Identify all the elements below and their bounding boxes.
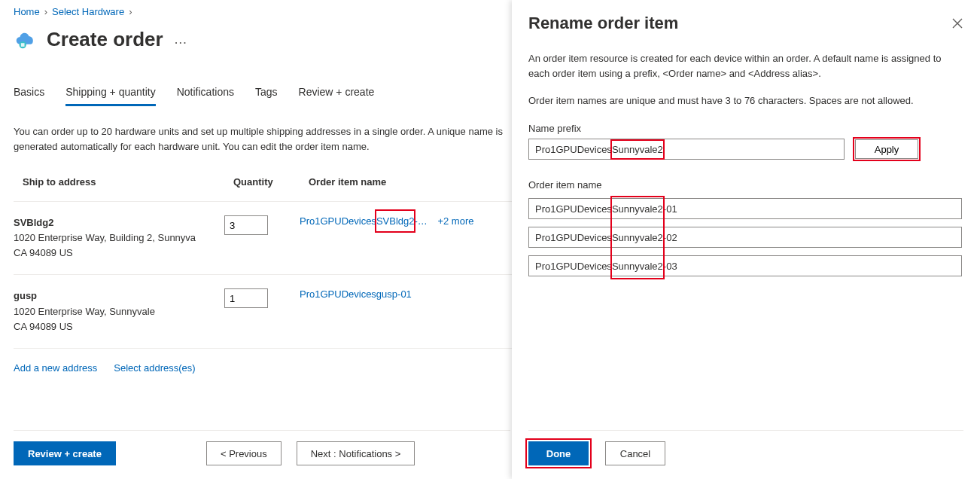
address-line: 1020 Enterprise Way, Sunnyvale [14,304,217,319]
tab-review-create[interactable]: Review + create [299,86,375,106]
chevron-right-icon: › [129,6,132,17]
breadcrumb: Home › Select Hardware › [14,6,512,17]
tab-shipping-quantity[interactable]: Shipping + quantity [65,86,155,106]
apply-button[interactable]: Apply [855,139,918,159]
panel-description: An order item resource is created for ea… [528,51,963,81]
intro-text: You can order up to 20 hardware units an… [14,124,510,154]
col-order-item-name: Order item name [309,176,504,188]
order-item-name-input[interactable]: Pro1GPUDevicesSunnyvale2-02 [528,227,962,248]
address-line: 1020 Enterprise Way, Building 2, Sunnyva [14,230,217,246]
order-item-name-input[interactable]: Pro1GPUDevicesSunnyvale2-01 [528,198,962,219]
breadcrumb-select-hardware[interactable]: Select Hardware [52,6,124,17]
previous-button[interactable]: < Previous [206,441,282,465]
chevron-right-icon: › [44,6,47,17]
address-row: SVBldg2 1020 Enterprise Way, Building 2,… [14,201,512,274]
name-prefix-input[interactable]: Pro1GPUDevicesSunnyvale2 [528,139,845,160]
quantity-input[interactable] [224,215,268,235]
review-create-button[interactable]: Review + create [14,441,116,465]
more-icon[interactable]: … [174,32,189,47]
select-addresses-link[interactable]: Select address(es) [114,362,195,374]
tab-notifications[interactable]: Notifications [177,86,234,106]
tab-basics[interactable]: Basics [14,86,44,106]
cloud-device-icon [14,29,36,51]
quantity-input[interactable] [224,288,268,308]
order-item-name-link[interactable]: Pro1GPUDevicesSVBldg2-… [300,215,430,227]
add-address-link[interactable]: Add a new address [14,362,97,374]
order-item-name-link[interactable]: Pro1GPUDevicesgusp-01 [300,288,412,300]
panel-title: Rename order item [528,14,678,33]
address-line: CA 94089 US [14,246,217,261]
address-alias: SVBldg2 [14,215,217,230]
col-quantity: Quantity [233,176,309,188]
address-alias: gusp [14,288,217,304]
order-item-name-label: Order item name [528,179,963,191]
wizard-tabs: Basics Shipping + quantity Notifications… [14,86,512,106]
page-title: Create order [47,28,163,51]
tab-tags[interactable]: Tags [255,86,278,106]
col-ship-to-address: Ship to address [23,176,233,188]
svg-rect-1 [21,43,25,47]
breadcrumb-home[interactable]: Home [14,6,40,17]
address-line: CA 94089 US [14,319,217,334]
panel-description-rules: Order item names are unique and must hav… [528,95,963,106]
order-item-name-input[interactable]: Pro1GPUDevicesSunnyvale2-03 [528,255,962,276]
done-button[interactable]: Done [528,441,589,465]
next-button[interactable]: Next : Notifications > [297,441,415,465]
cancel-button[interactable]: Cancel [605,441,665,465]
address-row: gusp 1020 Enterprise Way, Sunnyvale CA 9… [14,274,512,348]
name-prefix-label: Name prefix [528,123,963,134]
close-icon[interactable] [951,17,963,29]
rename-order-item-panel: Rename order item An order item resource… [512,0,980,479]
more-items-link[interactable]: +2 more [437,215,473,227]
